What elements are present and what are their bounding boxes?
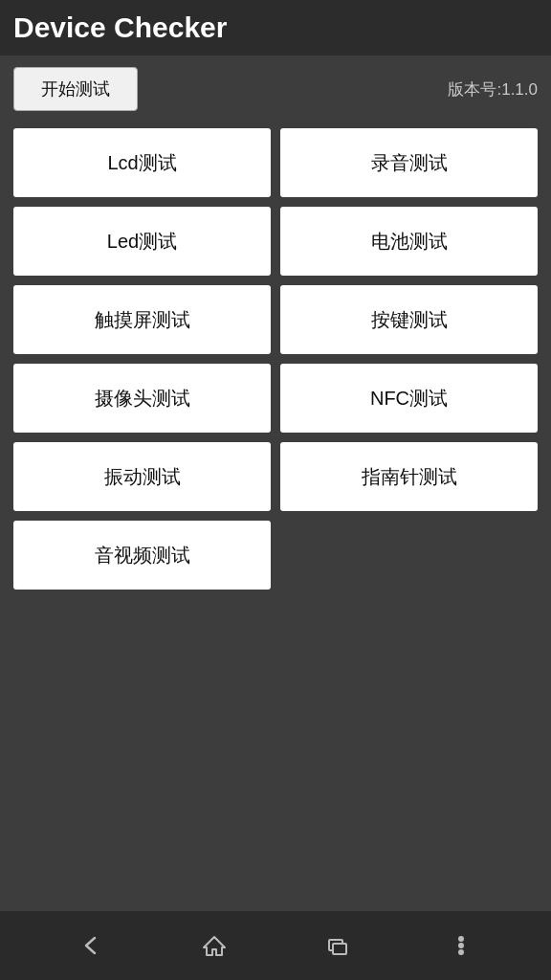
top-bar: 开始测试 版本号:1.1.0 [13,67,538,111]
audio-record-test-button[interactable]: 录音测试 [280,128,538,197]
svg-point-4 [459,944,463,947]
camera-test-button[interactable]: 摄像头测试 [13,364,271,433]
battery-test-button[interactable]: 电池测试 [280,207,538,276]
touch-test-button[interactable]: 触摸屏测试 [13,285,271,354]
compass-test-button[interactable]: 指南针测试 [280,442,538,511]
av-test-button[interactable]: 音视频测试 [13,521,271,590]
start-button[interactable]: 开始测试 [13,67,138,111]
keys-test-button[interactable]: 按键测试 [280,285,538,354]
svg-point-5 [459,950,463,954]
back-button[interactable] [67,922,115,969]
test-grid: Lcd测试 录音测试 Led测试 电池测试 触摸屏测试 按键测试 摄像头测试 N… [13,128,538,590]
svg-point-3 [459,937,463,941]
led-test-button[interactable]: Led测试 [13,207,271,276]
lcd-test-button[interactable]: Lcd测试 [13,128,271,197]
version-label: 版本号:1.1.0 [448,78,538,100]
home-button[interactable] [190,922,238,969]
recents-button[interactable] [314,922,362,969]
app-title: Device Checker [13,11,227,44]
nfc-test-button[interactable]: NFC测试 [280,364,538,433]
title-bar: Device Checker [0,0,551,56]
svg-rect-2 [333,944,346,954]
svg-marker-0 [204,937,225,955]
main-content: 开始测试 版本号:1.1.0 Lcd测试 录音测试 Led测试 电池测试 触摸屏… [0,56,551,911]
vibration-test-button[interactable]: 振动测试 [13,442,271,511]
nav-bar [0,911,551,980]
more-options-button[interactable] [437,922,485,969]
